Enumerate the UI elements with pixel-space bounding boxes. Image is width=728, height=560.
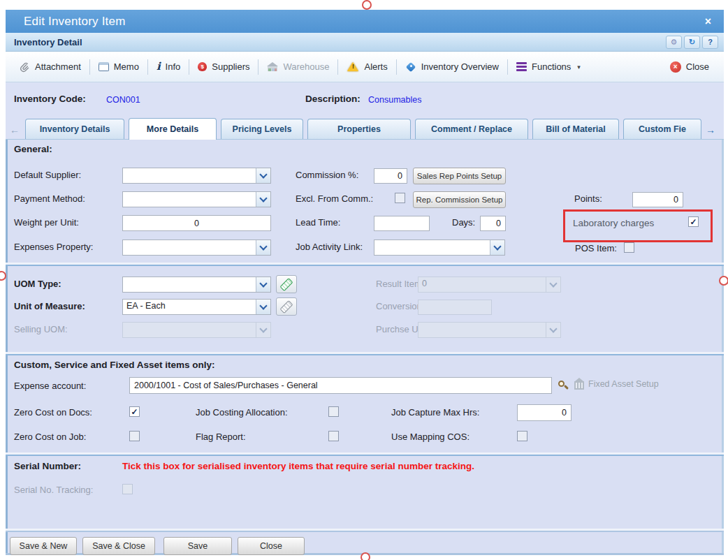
serial-no-tracking-checkbox-disabled (122, 484, 133, 494)
save-and-new-button[interactable]: Save & New (10, 537, 77, 555)
points-input[interactable] (632, 192, 683, 207)
expense-account-input[interactable] (129, 377, 552, 394)
tag-icon (405, 61, 416, 73)
unit-of-measure-label: Unit of Measure: (14, 301, 85, 311)
chevron-down-icon (490, 240, 504, 255)
toolbar-divider (89, 59, 90, 75)
tab-bill-of-material[interactable]: Bill of Material (532, 119, 619, 139)
zero-cost-on-job-label: Zero Cost on Job: (14, 432, 86, 442)
toolbar-divider (147, 59, 148, 75)
chevron-down-icon (546, 277, 560, 292)
help-icon: ? (708, 38, 713, 46)
days-input[interactable] (480, 216, 506, 231)
tab-properties[interactable]: Properties (307, 119, 411, 139)
unit-of-measure-ruler-button[interactable] (276, 297, 297, 316)
suppliers-button[interactable]: $ Suppliers (191, 57, 256, 78)
chevron-down-icon (256, 168, 270, 183)
dollar-glyph: $ (201, 64, 204, 70)
attachment-button[interactable]: Attachment (13, 57, 87, 78)
chevron-down-icon (256, 323, 270, 337)
edit-inventory-item-window: Edit Inventory Item × Inventory Detail ⚙… (0, 0, 728, 560)
expense-account-lookup-button[interactable] (555, 377, 571, 394)
check-glyph: ✓ (131, 408, 138, 416)
tab-scroll-right-icon[interactable]: → (706, 124, 715, 135)
lead-time-input[interactable] (374, 216, 430, 231)
refresh-button[interactable]: ↻ (684, 36, 700, 49)
points-label: Points: (574, 193, 602, 204)
expense-account-label: Expense account: (14, 381, 86, 391)
close-button[interactable]: × Close (664, 57, 715, 78)
weight-per-unit-input[interactable] (122, 215, 271, 231)
save-and-close-button[interactable]: Save & Close (82, 537, 155, 555)
uom-type-select[interactable] (122, 277, 271, 293)
close-footer-button[interactable]: Close (238, 537, 305, 555)
zero-cost-on-docs-label: Zero Cost on Docs: (14, 407, 92, 418)
default-supplier-select[interactable] (122, 168, 271, 184)
unit-of-measure-select[interactable]: EA - Each (122, 299, 271, 315)
toolbar-divider (396, 59, 397, 75)
purchse-uom-select-disabled (418, 322, 561, 338)
zero-cost-on-job-checkbox[interactable] (129, 431, 140, 441)
warehouse-icon (267, 62, 278, 72)
info-icon: i (156, 61, 161, 72)
job-costing-allocation-checkbox[interactable] (328, 406, 339, 417)
info-button[interactable]: i Info (150, 57, 187, 78)
commission-input[interactable] (374, 168, 407, 184)
attachment-label: Attachment (35, 61, 81, 72)
toolbar-divider (258, 59, 259, 75)
tab-scroll-left-icon[interactable]: ← (10, 124, 20, 135)
serial-number-heading: Serial Number: (14, 461, 81, 471)
rep-commission-setup-button[interactable]: Rep. Commission Setup (413, 191, 506, 208)
window-close-icon[interactable]: × (705, 15, 711, 28)
help-button[interactable]: ? (702, 36, 718, 49)
suppliers-label: Suppliers (212, 61, 249, 72)
description-label: Description: (305, 94, 361, 104)
section-divider (6, 455, 724, 456)
tab-more-details[interactable]: More Details (129, 118, 217, 140)
inventory-code-value: CON001 (106, 95, 140, 105)
chevron-down-icon (256, 192, 270, 207)
tab-custom-fields[interactable]: Custom Fie (623, 119, 701, 139)
functions-menu-button[interactable]: Functions ▾ (510, 57, 587, 78)
title-bar: Edit Inventory Item × (6, 10, 724, 33)
expenses-property-select[interactable] (122, 240, 271, 256)
payment-method-select[interactable] (122, 191, 271, 207)
uom-type-ruler-button[interactable] (276, 275, 297, 293)
chevron-down-icon (256, 300, 270, 314)
job-activity-link-select[interactable] (374, 240, 505, 256)
alerts-button[interactable]: ! Alerts (340, 57, 393, 78)
settings-button[interactable]: ⚙ (666, 36, 682, 49)
window-title: Edit Inventory Item (24, 15, 126, 29)
inventory-overview-button[interactable]: Inventory Overview (399, 57, 505, 78)
tab-inventory-details[interactable]: Inventory Details (25, 119, 124, 139)
pos-item-label: POS Item: (575, 243, 617, 253)
tab-pricing-levels[interactable]: Pricing Levels (221, 119, 303, 139)
result-item-uom-select-disabled: 0 (418, 277, 561, 293)
sales-rep-points-setup-button[interactable]: Sales Rep Points Setup (413, 168, 506, 184)
days-label: Days: (452, 217, 475, 228)
save-button[interactable]: Save (163, 537, 232, 555)
annotation-dot-bottom (361, 552, 370, 560)
job-capture-max-hrs-input[interactable] (517, 404, 572, 421)
tab-comment-replace[interactable]: Comment / Replace (415, 119, 528, 139)
warehouse-button-disabled: Warehouse (261, 57, 335, 78)
paperclip-icon (19, 61, 30, 73)
close-label: Close (686, 61, 709, 72)
use-mapping-cos-checkbox[interactable] (517, 431, 527, 441)
ruler-icon (279, 277, 293, 290)
toolbar: Attachment Memo i Info $ Suppliers Wareh… (6, 52, 724, 82)
excl-from-comm-checkbox[interactable] (395, 193, 405, 203)
chevron-down-icon: ▾ (577, 64, 581, 71)
exclamation-glyph: ! (347, 64, 359, 70)
annotation-dot-right (719, 276, 728, 286)
toolbar-divider (189, 59, 189, 75)
selling-uom-select-disabled (122, 322, 271, 338)
chevron-down-icon (256, 277, 270, 292)
memo-button[interactable]: Memo (92, 57, 145, 78)
pos-item-checkbox[interactable] (624, 242, 634, 253)
section-divider (6, 265, 724, 266)
flag-report-checkbox[interactable] (328, 431, 339, 441)
zero-cost-on-docs-checkbox[interactable]: ✓ (129, 406, 140, 417)
alerts-label: Alerts (364, 61, 387, 72)
expenses-property-label: Expenses Property: (14, 242, 93, 252)
